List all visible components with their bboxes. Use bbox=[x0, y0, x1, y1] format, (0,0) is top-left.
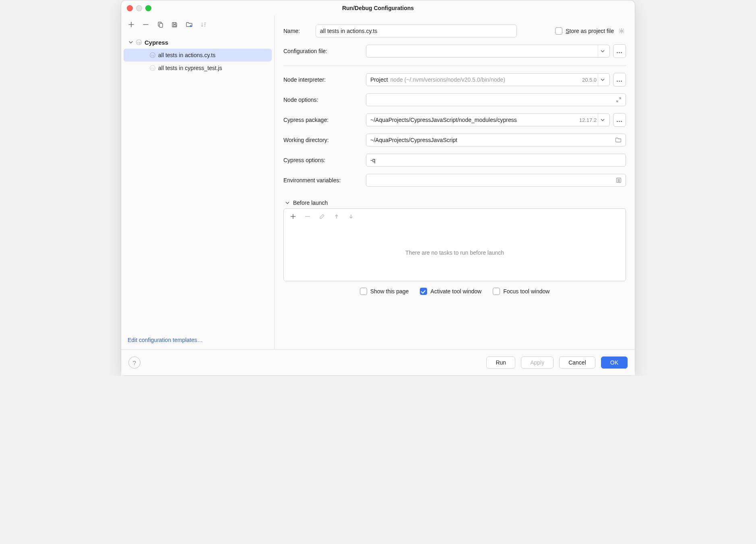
cypress-package-combo[interactable]: ~/AquaProjects/CypressJavaScript/node_mo… bbox=[366, 113, 610, 126]
cypress-package-version: 12.17.2 bbox=[579, 117, 598, 123]
show-page-option[interactable]: Show this page bbox=[360, 288, 409, 295]
add-task-icon[interactable] bbox=[289, 212, 297, 221]
config-file-label: Configuration file: bbox=[283, 48, 366, 54]
sidebar-toolbar bbox=[121, 16, 274, 33]
zoom-window-icon[interactable] bbox=[145, 5, 151, 11]
tree-item[interactable]: cy all tests in actions.cy.ts bbox=[124, 49, 272, 62]
minimize-window-icon[interactable] bbox=[136, 5, 142, 11]
cypress-options-input[interactable] bbox=[366, 154, 626, 167]
expand-icon[interactable] bbox=[616, 97, 622, 103]
move-down-icon[interactable] bbox=[347, 212, 355, 221]
title-bar: Run/Debug Configurations bbox=[121, 0, 635, 16]
cancel-button[interactable]: Cancel bbox=[559, 356, 595, 369]
cypress-package-label: Cypress package: bbox=[283, 117, 366, 123]
focus-window-label: Focus tool window bbox=[503, 288, 549, 295]
node-interpreter-prefix: Project bbox=[370, 76, 388, 83]
browse-button[interactable]: … bbox=[613, 113, 626, 127]
before-launch-options: Show this page Activate tool window Focu… bbox=[283, 288, 626, 295]
templates-folder-icon[interactable] bbox=[185, 20, 194, 29]
add-config-icon[interactable] bbox=[127, 20, 136, 29]
before-launch-header[interactable]: Before launch bbox=[285, 200, 626, 206]
store-label: Store as project file bbox=[566, 28, 614, 34]
cypress-icon: cy bbox=[149, 65, 156, 71]
browse-button[interactable]: … bbox=[613, 44, 626, 58]
main: cy Cypress cy all tests in actions.cy.ts… bbox=[121, 16, 635, 349]
working-dir-value: ~/AquaProjects/CypressJavaScript bbox=[370, 137, 457, 143]
remove-config-icon[interactable] bbox=[141, 20, 150, 29]
tree-group-label: Cypress bbox=[145, 39, 168, 46]
help-icon[interactable]: ? bbox=[128, 356, 140, 369]
sidebar-footer: Edit configuration templates… bbox=[121, 331, 274, 349]
chevron-down-icon bbox=[598, 74, 607, 86]
activate-window-option[interactable]: Activate tool window bbox=[420, 288, 481, 295]
apply-button[interactable]: Apply bbox=[521, 356, 554, 369]
working-dir-input[interactable]: ~/AquaProjects/CypressJavaScript bbox=[366, 134, 626, 146]
name-row: Name: Store as project file bbox=[283, 23, 626, 39]
chevron-down-icon bbox=[598, 45, 607, 57]
remove-task-icon[interactable] bbox=[303, 212, 312, 221]
focus-window-option[interactable]: Focus tool window bbox=[493, 288, 549, 295]
window-title: Run/Debug Configurations bbox=[121, 5, 635, 11]
cypress-icon: cy bbox=[136, 39, 142, 45]
tree-group-cypress[interactable]: cy Cypress bbox=[121, 36, 274, 49]
traffic-lights bbox=[121, 5, 151, 11]
before-launch-empty: There are no tasks to run before launch bbox=[284, 225, 626, 281]
svg-rect-2 bbox=[174, 25, 176, 27]
folder-icon[interactable] bbox=[615, 137, 622, 143]
run-button[interactable]: Run bbox=[486, 356, 515, 369]
tree-item-label: all tests in actions.cy.ts bbox=[158, 52, 215, 58]
node-options-input[interactable] bbox=[366, 93, 626, 106]
svg-rect-1 bbox=[159, 23, 163, 27]
cypress-options-label: Cypress options: bbox=[283, 157, 366, 163]
svg-text:cy: cy bbox=[137, 41, 141, 44]
show-page-label: Show this page bbox=[370, 288, 409, 295]
close-window-icon[interactable] bbox=[127, 5, 133, 11]
svg-text:cy: cy bbox=[151, 66, 154, 70]
before-launch-toolbar bbox=[284, 209, 626, 225]
show-page-checkbox[interactable] bbox=[360, 288, 367, 295]
tree-item-label: all tests in cypress_test.js bbox=[158, 65, 222, 71]
tree-item[interactable]: cy all tests in cypress_test.js bbox=[121, 62, 274, 74]
move-up-icon[interactable] bbox=[332, 212, 341, 221]
copy-config-icon[interactable] bbox=[156, 20, 165, 29]
activate-window-label: Activate tool window bbox=[430, 288, 481, 295]
cypress-icon: cy bbox=[149, 52, 156, 58]
node-interpreter-label: Node interpreter: bbox=[283, 76, 366, 83]
config-tree: cy Cypress cy all tests in actions.cy.ts… bbox=[121, 33, 274, 331]
list-icon[interactable] bbox=[616, 177, 622, 183]
dialog-window: Run/Debug Configurations bbox=[121, 0, 635, 376]
save-config-icon[interactable] bbox=[170, 20, 179, 29]
activate-window-checkbox[interactable] bbox=[420, 288, 427, 295]
sort-config-icon[interactable] bbox=[199, 20, 208, 29]
browse-button[interactable]: … bbox=[613, 73, 626, 87]
separator bbox=[283, 66, 626, 66]
node-interpreter-hint: node (~/.nvm/versions/node/v20.5.0/bin/n… bbox=[390, 76, 505, 83]
sidebar: cy Cypress cy all tests in actions.cy.ts… bbox=[121, 16, 275, 349]
focus-window-checkbox[interactable] bbox=[493, 288, 500, 295]
store-as-project: Store as project file bbox=[555, 27, 626, 35]
svg-text:cy: cy bbox=[151, 54, 154, 57]
name-label: Name: bbox=[283, 28, 316, 34]
node-options-label: Node options: bbox=[283, 97, 366, 103]
chevron-down-icon bbox=[285, 200, 290, 205]
env-vars-input[interactable] bbox=[366, 174, 626, 187]
form-panel: Name: Store as project file Configuratio… bbox=[275, 16, 635, 349]
chevron-down-icon bbox=[598, 114, 607, 126]
chevron-down-icon bbox=[128, 40, 133, 45]
ok-button[interactable]: OK bbox=[601, 356, 628, 369]
node-version-badge: 20.5.0 bbox=[582, 77, 598, 83]
env-vars-label: Environment variables: bbox=[283, 177, 366, 183]
dialog-footer: ? Run Apply Cancel OK bbox=[121, 349, 635, 375]
cypress-package-value: ~/AquaProjects/CypressJavaScript/node_mo… bbox=[370, 117, 517, 123]
store-checkbox[interactable] bbox=[555, 27, 562, 35]
node-interpreter-combo[interactable]: Project node (~/.nvm/versions/node/v20.5… bbox=[366, 73, 610, 86]
edit-templates-link[interactable]: Edit configuration templates… bbox=[128, 337, 203, 343]
svg-point-9 bbox=[621, 30, 623, 32]
edit-task-icon[interactable] bbox=[318, 212, 326, 221]
before-launch-label: Before launch bbox=[293, 200, 328, 206]
name-input[interactable] bbox=[316, 25, 517, 37]
working-dir-label: Working directory: bbox=[283, 137, 366, 143]
before-launch-box: There are no tasks to run before launch bbox=[283, 208, 626, 281]
gear-icon[interactable] bbox=[617, 27, 626, 35]
config-file-combo[interactable] bbox=[366, 45, 610, 58]
